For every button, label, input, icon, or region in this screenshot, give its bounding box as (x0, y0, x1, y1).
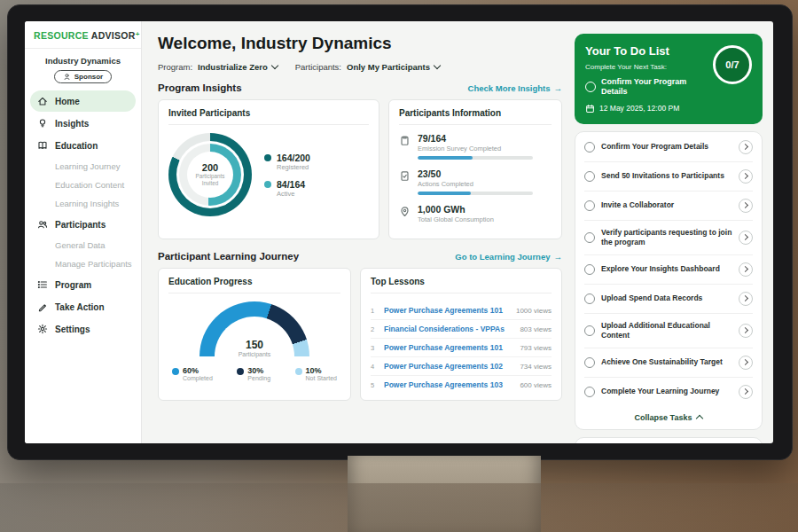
home-icon (37, 96, 48, 106)
legend-dot (237, 368, 244, 375)
check-more-insights-link[interactable]: Check More Insights → (468, 83, 562, 93)
person-icon (63, 73, 71, 81)
task-checkbox[interactable] (584, 142, 595, 153)
task-row-upload-spend-data[interactable]: Upload Spend Data Records (584, 285, 753, 314)
legend-dot (264, 181, 271, 188)
task-row-achieve-sustainability-target[interactable]: Achieve One Sustainability Target (584, 348, 753, 378)
participants-select[interactable]: Only My Participants (347, 62, 440, 72)
lesson-link[interactable]: Power Purchase Agreements 101 (384, 306, 510, 315)
card-title: Participants Information (399, 108, 552, 125)
sidebar-item-education-content[interactable]: Education Content (25, 176, 141, 194)
legend-label: Completed (183, 375, 213, 381)
legend-dot (172, 368, 179, 375)
sidebar-subitem-label: Manage Participants (55, 259, 132, 269)
task-checkbox[interactable] (584, 293, 595, 304)
progress-fill (418, 156, 473, 160)
sidebar-item-learning-insights[interactable]: Learning Insights (25, 194, 141, 213)
task-row-verify-participants[interactable]: Verify participants requesting to join t… (584, 221, 753, 255)
sidebar-item-insights[interactable]: Insights (30, 113, 136, 134)
chevron-right-icon[interactable] (739, 199, 753, 213)
lesson-index: 3 (371, 344, 378, 352)
task-label: Send 50 Invitations to Participants (601, 171, 732, 181)
donut-center-label: Invited (202, 180, 219, 187)
invited-donut-chart: 200 Participants Invited (168, 133, 252, 216)
task-row-explore-insights[interactable]: Explore Your Insights Dashboard (584, 255, 753, 285)
app-window: RESOURCE ADVISOR+ Industry Dynamics Spon… (25, 21, 773, 443)
chevron-right-icon[interactable] (739, 169, 753, 184)
chevron-right-icon[interactable] (739, 292, 753, 306)
sidebar-item-general-data[interactable]: General Data (25, 236, 141, 254)
task-checkbox[interactable] (584, 264, 595, 275)
program-select[interactable]: Industrialize Zero (198, 62, 278, 72)
program-select-value: Industrialize Zero (198, 62, 268, 72)
sidebar-item-participants[interactable]: Participants (30, 214, 136, 235)
task-label: Upload Spend Data Records (601, 293, 732, 303)
main-content: Welcome, Industry Dynamics Program: Indu… (142, 21, 575, 443)
lesson-row[interactable]: 5 Power Purchase Agreements 103 600 view… (371, 376, 552, 394)
lesson-row[interactable]: 4 Power Purchase Agreements 102 734 view… (371, 357, 552, 376)
collapse-tasks-button[interactable]: Collapse Tasks (584, 406, 753, 429)
legend-item: 84/164 Active (264, 179, 310, 198)
task-checkbox[interactable] (584, 387, 595, 397)
info-value: 1,000 GWh (418, 204, 494, 215)
sidebar-item-manage-participants[interactable]: Manage Participants (25, 254, 141, 273)
task-checkbox[interactable] (584, 200, 595, 211)
task-checkbox[interactable] (584, 232, 595, 243)
sidebar-item-settings[interactable]: Settings (30, 318, 136, 340)
chevron-right-icon[interactable] (739, 140, 753, 154)
task-label: Verify participants requesting to join t… (601, 228, 732, 247)
lesson-index: 2 (371, 325, 378, 333)
sidebar-item-label: Home (55, 97, 80, 106)
lesson-link[interactable]: Power Purchase Agreements 102 (384, 362, 513, 371)
bulb-icon (37, 118, 48, 129)
task-row-upload-educational-content[interactable]: Upload Additional Educational Content (584, 314, 753, 348)
donut-center-label: Participants (196, 173, 225, 180)
task-row-complete-learning-journey[interactable]: Complete Your Learning Journey (584, 378, 753, 406)
lesson-row[interactable]: 1 Power Purchase Agreements 101 1000 vie… (371, 301, 552, 320)
chevron-right-icon[interactable] (739, 231, 753, 245)
lesson-row[interactable]: 3 Power Purchase Agreements 101 793 view… (371, 339, 552, 357)
task-checkbox[interactable] (584, 357, 595, 368)
lesson-views: 1000 views (516, 307, 552, 315)
pencil-icon (37, 301, 48, 312)
sidebar-subitem-label: Education Content (55, 180, 124, 190)
todo-due-date: 12 May 2025, 12:00 PM (585, 104, 752, 113)
chevron-right-icon[interactable] (739, 324, 753, 338)
logo-secondary: ADVISOR (91, 30, 136, 41)
checkbox-circle-icon[interactable] (585, 82, 596, 92)
sidebar-item-home[interactable]: Home (30, 90, 136, 112)
sidebar-item-take-action[interactable]: Take Action (30, 296, 136, 317)
sidebar-item-label: Insights (55, 119, 89, 129)
progress-track (418, 192, 533, 195)
go-to-learning-journey-link[interactable]: Go to Learning Journey → (455, 252, 562, 262)
todo-progress-value: 0/7 (725, 59, 739, 70)
arrow-right-icon: → (554, 252, 563, 262)
education-progress-card: Education Progress 150 Participants 60% (158, 268, 351, 401)
task-label: Complete Your Learning Journey (601, 387, 732, 396)
chevron-right-icon[interactable] (739, 262, 753, 277)
lesson-views: 793 views (520, 344, 552, 352)
sidebar-item-label: Program (55, 280, 91, 290)
task-row-send-invitations[interactable]: Send 50 Invitations to Participants (584, 162, 753, 192)
info-row: 23/50 Actions Completed (399, 168, 552, 195)
info-value: 23/50 (418, 168, 533, 179)
task-row-invite-collaborator[interactable]: Invite a Collaborator (584, 192, 753, 221)
lesson-link[interactable]: Financial Considerations - VPPAs (384, 325, 513, 333)
sidebar-item-learning-journey[interactable]: Learning Journey (25, 157, 141, 176)
filter-bar: Program: Industrialize Zero Participants… (158, 62, 562, 72)
task-checkbox[interactable] (584, 325, 595, 336)
todo-panel: Your To Do List Complete Your Next Task:… (575, 21, 773, 443)
lesson-row[interactable]: 2 Financial Considerations - VPPAs 803 v… (371, 320, 552, 339)
card-title: Invited Participants (168, 108, 369, 125)
task-checkbox[interactable] (584, 171, 595, 182)
chevron-right-icon[interactable] (739, 356, 753, 370)
lesson-link[interactable]: Power Purchase Agreements 101 (384, 343, 513, 352)
sidebar-item-program[interactable]: Program (30, 274, 136, 295)
task-row-confirm-program[interactable]: Confirm Your Program Details (584, 133, 753, 162)
sidebar-item-education[interactable]: Education (30, 135, 136, 156)
lesson-link[interactable]: Power Purchase Agreements 103 (384, 380, 513, 389)
program-filter-label: Program: (158, 62, 192, 72)
chevron-right-icon[interactable] (739, 385, 753, 399)
legend-item: 164/200 Registered (264, 153, 310, 171)
sponsor-badge[interactable]: Sponsor (54, 70, 112, 83)
